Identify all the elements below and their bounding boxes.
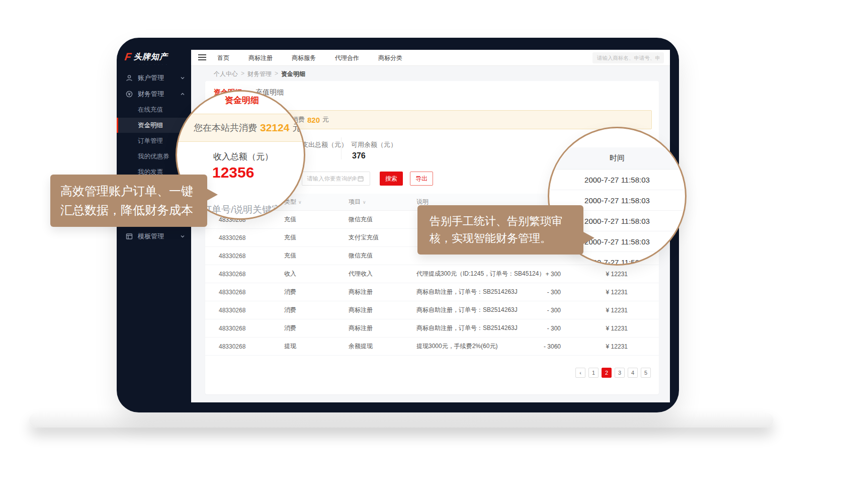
- sidebar-item-label: 账户管理: [138, 73, 164, 82]
- pagination: ‹12345: [575, 368, 651, 378]
- table-cell: 2000-7-27 11:58:03: [628, 325, 659, 332]
- table-cell: 代理提成300元（ID:1245，订单号：SB45124）: [416, 270, 523, 278]
- search-button[interactable]: 搜索: [380, 172, 403, 186]
- table-cell: 商标自助注册，订单号：SB2514263J: [416, 288, 523, 296]
- sort-caret-icon: ∨: [363, 200, 366, 205]
- export-button[interactable]: 导出: [410, 172, 433, 186]
- trademark-search-input[interactable]: [592, 52, 664, 63]
- callout-right: 告别手工统计、告别繁琐审核，实现智能财务管理。: [417, 205, 583, 255]
- table-cell: - 3060: [523, 343, 561, 350]
- table-cell: 48330268: [219, 253, 284, 260]
- table-cell: 消费: [284, 306, 349, 314]
- table-cell: 提现: [284, 342, 349, 351]
- sidebar-item-label: 模板管理: [138, 232, 164, 241]
- magnified-tab-label: 资金明细: [225, 95, 259, 106]
- table-cell: ¥ 12231: [561, 343, 628, 350]
- pagination-page-button[interactable]: 5: [641, 368, 651, 378]
- table-cell: 商标自助注册，订单号：SB2514263J: [416, 306, 523, 314]
- table-cell: 微信充值: [349, 215, 416, 224]
- callout-right-arrow: [582, 231, 594, 244]
- topnav: 首页商标注册商标服务代理合作商标分类: [217, 50, 402, 66]
- table-row: 48330268提现余额提现提现3000元，手续费2%(60元)- 3060¥ …: [205, 338, 659, 356]
- breadcrumb-separator: >: [241, 70, 244, 78]
- table-cell: 消费: [284, 324, 349, 332]
- table-cell: 微信充值: [349, 251, 416, 260]
- table-cell: 2000-7-27 11:58:03: [628, 343, 659, 350]
- callout-left-text: 高效管理账户订单、一键汇总数据，降低财务成本: [60, 184, 193, 217]
- pagination-page-button[interactable]: 2: [602, 368, 612, 378]
- table-row: 48330268消费商标注册商标自助注册，订单号：SB2514263J- 300…: [205, 283, 659, 301]
- sidebar-item-template[interactable]: 模板管理: [117, 229, 191, 244]
- table-cell: 48330268: [219, 343, 284, 350]
- table-cell: 48330268: [219, 271, 284, 278]
- table-cell: 2000-7-27 11:58:03: [628, 307, 659, 314]
- template-icon: [126, 233, 133, 240]
- table-cell: 48330268: [219, 289, 284, 296]
- table-row: 48330268消费商标注册商标自助注册，订单号：SB2514263J- 300…: [205, 319, 659, 338]
- chevron-down-icon: [180, 234, 185, 239]
- table-cell: 商标注册: [349, 324, 416, 332]
- table-cell: ¥ 12231: [561, 271, 628, 278]
- magnified-banner-text: 您在本站共消费: [194, 122, 257, 134]
- topnav-item[interactable]: 首页: [217, 54, 229, 62]
- sidebar-item-account[interactable]: 账户管理: [117, 70, 191, 86]
- topnav-item[interactable]: 商标注册: [248, 54, 273, 62]
- pagination-page-button[interactable]: 1: [588, 368, 599, 378]
- table-cell: 商标自助注册，订单号：SB2514263J: [416, 324, 523, 332]
- table-cell: ¥ 12231: [561, 289, 628, 296]
- table-cell: 代理收入: [349, 270, 416, 278]
- brand-logo-icon: F: [124, 51, 132, 63]
- page: F 头牌知产 · · · · · · · · 账户管理 财务管理 在线充值资金明…: [0, 0, 853, 504]
- table-header-cell[interactable]: 项目∨: [349, 198, 416, 206]
- table-cell: 消费: [284, 288, 349, 296]
- table-cell: 充值: [284, 251, 349, 260]
- breadcrumb: 个人中心>财务管理>资金明细: [214, 70, 305, 78]
- magnified-time-row: 2000-7-27 11:58:03: [549, 170, 685, 190]
- topbar: 首页商标注册商标服务代理合作商标分类: [191, 50, 670, 66]
- topnav-item[interactable]: 商标服务: [292, 54, 316, 62]
- sidebar-item-label: 财务管理: [138, 90, 164, 99]
- hamburger-menu-icon[interactable]: [198, 54, 206, 62]
- magnified-time-header: 时间: [549, 147, 685, 170]
- brand-name: 头牌知产: [134, 52, 168, 62]
- laptop-base: [29, 412, 774, 428]
- topnav-item[interactable]: 代理合作: [335, 54, 359, 62]
- magnified-income-value: 12356: [212, 164, 254, 181]
- table-cell: 48330268: [219, 234, 284, 241]
- table-cell: ¥ 12231: [561, 307, 628, 314]
- banner-unit: 元: [322, 115, 329, 124]
- callout-left: 高效管理账户订单、一键汇总数据，降低财务成本: [50, 175, 207, 227]
- table-cell: 商标注册: [349, 288, 416, 296]
- user-icon: [126, 74, 133, 81]
- calendar-icon: [358, 176, 364, 182]
- table-cell: ¥ 12231: [561, 325, 628, 332]
- table-cell: 提现3000元，手续费2%(60元): [416, 342, 523, 351]
- table-cell: 余额提现: [349, 342, 416, 351]
- breadcrumb-item[interactable]: 财务管理: [247, 70, 272, 78]
- sort-caret-icon: ∨: [298, 200, 302, 205]
- table-cell: + 300: [523, 271, 561, 278]
- brand-tagline: · · · · · · · ·: [139, 63, 168, 66]
- magnified-banner-amount: 32124: [260, 122, 289, 134]
- table-cell: - 300: [523, 289, 561, 296]
- chevron-up-icon: [180, 92, 185, 97]
- table-header-cell[interactable]: 类型∨: [284, 198, 349, 206]
- pagination-page-button[interactable]: 4: [628, 368, 638, 378]
- magnified-banner: 您在本站共消费 32124 元: [176, 114, 305, 142]
- table-row: 48330268消费商标注册商标自助注册，订单号：SB2514263J- 300…: [205, 301, 659, 319]
- topnav-item[interactable]: 商标分类: [378, 54, 402, 62]
- sidebar-item-finance[interactable]: 财务管理: [117, 87, 191, 102]
- stat-balance-label: 可用余额（元）: [351, 140, 397, 149]
- brand-logo[interactable]: F 头牌知产: [125, 51, 168, 63]
- table-cell: 48330268: [219, 307, 284, 314]
- callout-right-text: 告别手工统计、告别繁琐审核，实现智能财务管理。: [430, 215, 562, 244]
- breadcrumb-item[interactable]: 个人中心: [214, 70, 238, 78]
- sidebar-subitem[interactable]: 在线充值: [117, 102, 191, 117]
- breadcrumb-separator: >: [275, 70, 278, 78]
- table-row: 48330268收入代理收入代理提成300元（ID:1245，订单号：SB451…: [205, 265, 659, 283]
- pagination-prev-button[interactable]: ‹: [575, 368, 585, 378]
- table-cell: - 300: [523, 325, 561, 332]
- pagination-page-button[interactable]: 3: [615, 368, 625, 378]
- table-cell: 48330268: [219, 325, 284, 332]
- finance-icon: [126, 91, 133, 98]
